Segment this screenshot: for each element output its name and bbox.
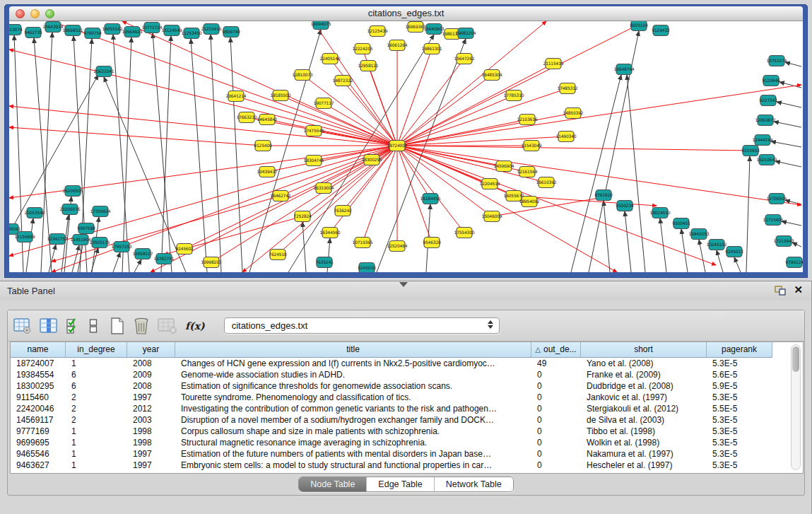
table-row[interactable]: 977716911998Corpus callosum shape and si…: [11, 426, 803, 437]
network-node[interactable]: 10439437: [257, 167, 278, 177]
network-node[interactable]: 11451904: [71, 235, 91, 245]
network-node[interactable]: 9129432: [652, 25, 670, 36]
network-node[interactable]: 21115419: [543, 59, 564, 69]
network-node[interactable]: 12125439: [367, 26, 388, 37]
select-attributes-icon[interactable]: [66, 317, 81, 334]
network-node[interactable]: 17485312: [558, 83, 578, 94]
network-node[interactable]: 17957253: [112, 242, 132, 252]
network-node[interactable]: 9790754: [83, 28, 102, 39]
network-node[interactable]: 15046009: [482, 211, 502, 222]
network-node[interactable]: 20641214: [226, 91, 247, 102]
network-node[interactable]: 10998203: [201, 257, 222, 268]
table-row[interactable]: 969969511998Structural magnetic resonanc…: [11, 437, 803, 448]
network-node[interactable]: 16958107: [133, 249, 153, 259]
network-node[interactable]: 8791920: [594, 190, 613, 201]
network-node[interactable]: 20643924: [43, 22, 64, 33]
network-node[interactable]: 19081204: [456, 28, 476, 39]
table-settings-icon[interactable]: [13, 317, 32, 334]
network-node[interactable]: 12103616: [517, 115, 538, 125]
network-node[interactable]: 12342757: [47, 234, 68, 245]
network-node[interactable]: 15647262: [454, 54, 475, 64]
network-node[interactable]: 17554300: [454, 228, 475, 238]
table-row[interactable]: 1456911722003Disruption of a novel membe…: [11, 414, 803, 426]
network-node[interactable]: 17210943: [774, 236, 794, 247]
network-node[interactable]: 16640903: [424, 24, 445, 35]
network-node[interactable]: 7635241: [315, 257, 334, 268]
vertical-scrollbar[interactable]: [791, 344, 801, 470]
column-header-in_degree[interactable]: in_degree: [66, 342, 127, 358]
table-row[interactable]: 2242004622012Investigating the contribut…: [11, 403, 803, 414]
network-node[interactable]: 9500451: [672, 218, 690, 229]
column-header-short[interactable]: short: [581, 342, 707, 358]
network-node[interactable]: 12810073: [293, 70, 313, 81]
network-node[interactable]: 16319004: [314, 183, 334, 194]
column-header-pagerank[interactable]: pagerank: [707, 342, 772, 358]
network-node[interactable]: 15751074: [767, 56, 787, 66]
network-canvas[interactable]: 1872400711543049121615641605567015046009…: [9, 21, 803, 272]
network-node[interactable]: 7636242: [334, 206, 352, 216]
network-node[interactable]: 9790124: [785, 257, 803, 268]
network-node[interactable]: 16210643: [757, 155, 777, 165]
row-height-icon[interactable]: [89, 317, 98, 334]
network-node[interactable]: 18024510: [650, 208, 671, 218]
network-node[interactable]: 16694075: [311, 21, 331, 30]
network-node[interactable]: 16462742: [271, 191, 291, 201]
column-header-name[interactable]: name: [11, 342, 66, 358]
window-titlebar[interactable]: citations_edges.txt: [9, 6, 803, 21]
network-node[interactable]: 9227343: [759, 95, 777, 106]
table-row[interactable]: 911546021997Tourette syndrome. Phenomeno…: [11, 392, 803, 403]
network-node[interactable]: 12958121: [358, 61, 379, 71]
network-node[interactable]: 10719365: [353, 238, 373, 248]
network-node[interactable]: 14645842: [257, 115, 278, 125]
network-node[interactable]: 26206505: [63, 186, 83, 197]
network-node[interactable]: 16055162: [102, 24, 123, 35]
network-node[interactable]: 8613074: [9, 25, 23, 35]
network-node[interactable]: 20253540: [25, 208, 45, 218]
network-node[interactable]: 7624510: [269, 250, 287, 260]
network-node[interactable]: 16969367: [406, 22, 426, 33]
network-node[interactable]: 12706505: [767, 194, 787, 204]
column-header-title[interactable]: title: [175, 342, 531, 358]
network-node[interactable]: 18304745: [304, 156, 324, 166]
network-node[interactable]: 8605104: [630, 21, 648, 31]
network-node[interactable]: 18185500: [271, 90, 291, 101]
network-node[interactable]: 17475540: [304, 126, 324, 136]
tab-edge-table[interactable]: Edge Table: [367, 477, 434, 491]
column-header-year[interactable]: year: [127, 342, 175, 358]
network-node[interactable]: 19564923: [122, 27, 143, 37]
network-node[interactable]: 14872322: [333, 76, 353, 86]
network-node[interactable]: 12520464: [387, 241, 408, 252]
network-node[interactable]: 22405140: [320, 54, 341, 64]
network-node[interactable]: 11543049: [522, 141, 542, 151]
network-node[interactable]: 7252824: [293, 211, 312, 222]
column-header-out_degree[interactable]: △out_de...: [531, 342, 581, 358]
network-node[interactable]: 12093877: [755, 115, 776, 126]
network-node[interactable]: 14850392: [563, 108, 584, 119]
column-select-icon[interactable]: [40, 317, 58, 334]
network-node[interactable]: 17663210: [237, 112, 257, 123]
delete-icon[interactable]: [133, 317, 150, 335]
network-node[interactable]: 18698321: [63, 25, 83, 36]
network-node[interactable]: 12204510: [480, 179, 500, 189]
network-node[interactable]: 16782751: [154, 254, 175, 264]
network-node[interactable]: 10771724: [142, 23, 163, 33]
network-node[interactable]: 9546329: [423, 238, 441, 248]
function-builder-icon[interactable]: f(x): [185, 320, 205, 332]
network-node[interactable]: 17359924: [90, 206, 111, 217]
network-node[interactable]: 18300295: [362, 155, 382, 165]
network-node[interactable]: 18954092: [519, 197, 540, 207]
table-row[interactable]: 946362711997Embryonic stem cells: a mode…: [11, 460, 803, 471]
network-node[interactable]: 9245602: [175, 244, 194, 255]
network-node[interactable]: 16061264: [387, 40, 408, 51]
panel-resize-grip-icon[interactable]: [399, 282, 408, 287]
table-row[interactable]: 1872400712008Changes of HCN gene express…: [11, 358, 803, 369]
scrollbar-thumb[interactable]: [792, 346, 799, 372]
network-node[interactable]: 12444194: [753, 135, 773, 146]
network-node[interactable]: 9462735: [24, 28, 42, 38]
delete-table-icon-disabled[interactable]: [158, 317, 177, 334]
network-node[interactable]: 9097588: [77, 223, 95, 234]
tab-network-table[interactable]: Network Table: [435, 477, 513, 491]
network-node[interactable]: 19077117: [314, 98, 334, 109]
table-row[interactable]: 946554611997Estimation of the future num…: [11, 448, 803, 460]
table-row[interactable]: 1938455462009Genome-wide association stu…: [11, 369, 803, 380]
